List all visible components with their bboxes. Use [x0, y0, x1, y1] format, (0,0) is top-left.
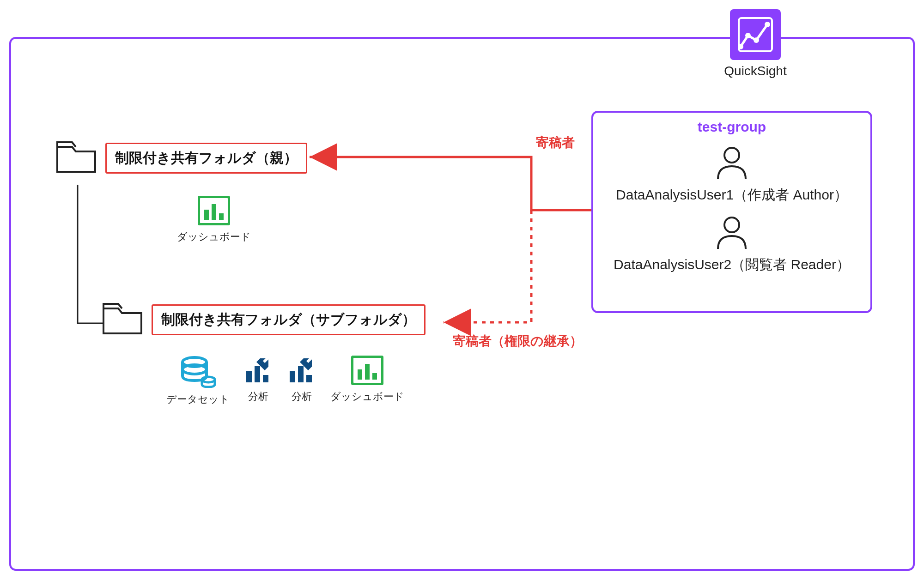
svg-rect-24 — [365, 364, 370, 380]
svg-rect-23 — [358, 369, 362, 380]
svg-rect-9 — [212, 204, 216, 220]
analysis-item-2: 分析 — [287, 356, 316, 404]
dashboard-icon — [198, 196, 230, 225]
svg-rect-8 — [204, 210, 209, 220]
subfolder-row: 制限付き共有フォルダ（サブフォルダ） — [102, 300, 426, 339]
folder-icon — [55, 139, 97, 177]
parent-folder-title: 制限付き共有フォルダ（親） — [105, 143, 307, 174]
parent-folder-row: 制限付き共有フォルダ（親） — [55, 139, 307, 177]
dashboard-label: ダッシュボード — [120, 230, 307, 244]
svg-rect-19 — [298, 366, 304, 382]
dashboard-label-2: ダッシュボード — [330, 390, 404, 404]
connectors — [0, 0, 924, 580]
analysis-icon — [287, 356, 316, 385]
svg-rect-10 — [219, 213, 224, 220]
subfolder-title: 制限付き共有フォルダ（サブフォルダ） — [152, 304, 426, 335]
dataset-label: データセット — [166, 393, 230, 406]
svg-rect-16 — [263, 375, 268, 382]
role-contributor: 寄稿者 — [536, 134, 575, 151]
svg-rect-15 — [255, 366, 260, 382]
dataset-icon — [180, 356, 217, 388]
dataset-item: データセット — [166, 356, 230, 406]
svg-rect-25 — [372, 373, 377, 380]
svg-rect-18 — [290, 371, 295, 382]
analysis-item-1: 分析 — [243, 356, 273, 404]
subfolder-children: データセット 分析 分析 — [166, 356, 404, 406]
parent-folder-children: ダッシュボード — [120, 196, 307, 244]
svg-rect-14 — [246, 371, 252, 382]
dashboard-icon — [351, 356, 383, 385]
folder-icon — [102, 300, 143, 339]
analysis-label-2: 分析 — [287, 390, 316, 404]
analysis-label-1: 分析 — [243, 390, 273, 404]
analysis-icon — [243, 356, 273, 385]
dashboard-item: ダッシュボード — [120, 196, 307, 244]
role-contributor-inherited: 寄稿者（権限の継承） — [453, 332, 583, 350]
svg-point-12 — [182, 365, 207, 374]
dashboard-item-2: ダッシュボード — [330, 356, 404, 404]
svg-rect-20 — [306, 375, 312, 382]
